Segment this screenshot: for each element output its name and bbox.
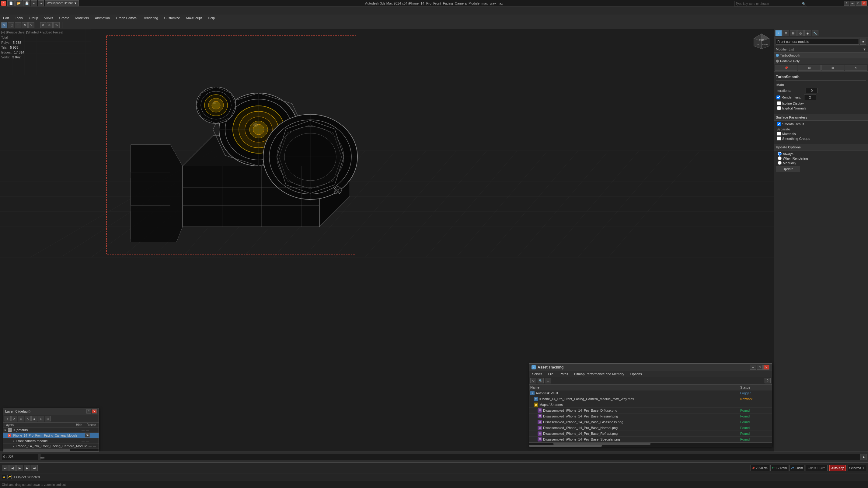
layer-delete-btn[interactable]: ✕ [11, 416, 17, 421]
delete-modifier-btn[interactable]: ✕ [844, 65, 867, 70]
modifier-list-arrow[interactable]: ▼ [863, 47, 866, 51]
layer-select-objects-btn[interactable]: ↖ [25, 416, 31, 421]
layer-panel-help[interactable]: ? [86, 409, 91, 414]
iterations-input[interactable] [806, 88, 818, 93]
motion-icon-btn[interactable]: ◎ [797, 30, 804, 36]
update-btn[interactable]: Update [776, 166, 800, 172]
explicit-normals-check[interactable] [777, 106, 781, 110]
nav-cube[interactable]: TOP RIGHT FR [752, 32, 771, 51]
menu-group[interactable]: Group [26, 14, 41, 21]
object-color-swatch[interactable]: ■ [860, 39, 866, 45]
layer-item-front-camera[interactable]: ▸ Front camera module — — [3, 438, 99, 444]
rotate-btn[interactable]: ↻ [22, 22, 28, 28]
modify-icon-btn[interactable]: ⚙ [782, 30, 789, 36]
layer-add-selected-btn[interactable]: ⊕ [18, 416, 24, 421]
move-btn[interactable]: ✛ [15, 22, 21, 28]
layer-new-btn[interactable]: + [5, 416, 11, 421]
smoothing-groups-check[interactable] [777, 136, 781, 140]
asset-minimize-btn[interactable]: ─ [750, 365, 756, 370]
play-btn[interactable]: ▶ [17, 465, 23, 471]
render-iters-check[interactable] [776, 95, 780, 99]
close-btn[interactable]: ✕ [861, 1, 867, 6]
menu-tools[interactable]: Tools [12, 14, 26, 21]
asset-find-btn[interactable]: 🔍 [537, 378, 544, 383]
workspace-dropdown[interactable]: Workspace: Default ▼ [45, 0, 79, 6]
minimize-btn[interactable]: ─ [850, 1, 855, 6]
hierarchy-icon-btn[interactable]: ⊞ [790, 30, 797, 36]
asset-row-diffuse[interactable]: 🖼 Disassembled_iPhone_14_Pro_Base_Diffus… [529, 408, 772, 414]
utilities-icon-btn[interactable]: 🔧 [812, 30, 818, 36]
go-end-btn[interactable]: ⏭ [31, 465, 38, 471]
layer-collapse-btn[interactable]: ⊟ [38, 416, 44, 421]
save-btn[interactable]: 💾 [23, 0, 30, 6]
maximize-btn[interactable]: □ [856, 1, 861, 6]
asset-refresh-btn[interactable]: ↻ [530, 378, 536, 383]
timeline-end-btn[interactable]: ▶ [861, 454, 867, 460]
timeline-frame-counter[interactable]: 0 / 225 [2, 454, 38, 460]
asset-menu-bitmap[interactable]: Bitmap Performance and Memory [571, 371, 627, 377]
asset-menu-paths[interactable]: Paths [556, 371, 571, 377]
menu-modifiers[interactable]: Modifiers [72, 14, 92, 21]
layer-item-default[interactable]: ▶ 0 (default) — — [3, 427, 99, 433]
manually-radio[interactable] [778, 161, 782, 165]
modifier-editable-poly[interactable]: Editable Poly [774, 58, 868, 64]
asset-row-max-file[interactable]: M iPhone_14_Pro_Front_Facing_Camera_Modu… [529, 396, 772, 402]
asset-row-maps[interactable]: 📁 Maps / Shaders [529, 402, 772, 408]
undo-btn[interactable]: ↩ [31, 0, 37, 6]
layer-item-iphone[interactable]: ■ iPhone_14_Pro_Front_Facing_Camera_Modu… [3, 433, 99, 438]
asset-row-autodesk-vault[interactable]: A Autodesk Vault Logged [529, 390, 772, 396]
asset-close-btn[interactable]: ✕ [763, 365, 769, 370]
layer-panel-scrollbar[interactable] [3, 449, 99, 451]
asset-help-btn[interactable]: ? [765, 378, 771, 383]
modifier-turbosmooth[interactable]: TurboSmooth [774, 53, 868, 58]
menu-animation[interactable]: Animation [92, 14, 113, 21]
menu-maxscript[interactable]: MAXScript [183, 14, 205, 21]
layer-highlight-btn[interactable]: ◈ [31, 416, 37, 421]
menu-help[interactable]: Help [205, 14, 218, 21]
when-rendering-radio[interactable] [778, 156, 782, 160]
select-btn[interactable]: ↖ [1, 22, 7, 28]
help-btn[interactable]: ? [844, 1, 849, 6]
search-box[interactable]: Type key word or phrase 🔍 [734, 1, 807, 6]
materials-check[interactable] [777, 132, 781, 136]
config-btn[interactable]: ⊞ [822, 65, 844, 70]
timeline-track[interactable]: 0 25 50 75 100 125 150 175 [40, 454, 861, 460]
percent-snap-btn[interactable]: % [53, 22, 60, 28]
menu-edit[interactable]: Edit [0, 14, 12, 21]
asset-row-specular[interactable]: 🖼 Disassembled_iPhone_14_Pro_Base_Specul… [529, 436, 772, 443]
menu-graph-editors[interactable]: Graph Editors [113, 14, 140, 21]
render-iters-input[interactable] [804, 95, 816, 100]
next-frame-btn[interactable]: ▶ [24, 465, 30, 471]
redo-btn[interactable]: ↪ [38, 0, 44, 6]
select-region-btn[interactable]: ⬚ [8, 22, 14, 28]
pin-stack-btn[interactable]: 📌 [775, 65, 798, 70]
scale-btn[interactable]: ⤡ [28, 22, 34, 28]
asset-row-glossiness[interactable]: 🖼 Disassembled_iPhone_14_Pro_Base_Glossi… [529, 419, 772, 425]
always-radio[interactable] [778, 152, 782, 156]
asset-row-refract[interactable]: 🖼 Disassembled_iPhone_14_Pro_Base_Refrac… [529, 431, 772, 436]
menu-views[interactable]: Views [41, 14, 56, 21]
layer-panel-close[interactable]: ✕ [92, 409, 97, 414]
menu-rendering[interactable]: Rendering [140, 14, 161, 21]
object-name-input[interactable] [776, 39, 859, 45]
angle-snap-btn[interactable]: ⟳ [46, 22, 53, 28]
display-icon-btn[interactable]: ◈ [804, 30, 811, 36]
menu-customize[interactable]: Customize [161, 14, 183, 21]
asset-menu-server[interactable]: Server [529, 371, 545, 377]
menu-create[interactable]: Create [56, 14, 72, 21]
layer-expand-btn[interactable]: ⊞ [45, 416, 51, 421]
layer-iphone-visible-btn[interactable]: 👁 [85, 433, 90, 437]
new-btn[interactable]: 📄 [7, 0, 14, 6]
asset-row-fresnel[interactable]: 🖼 Disassembled_iPhone_14_Pro_Base_Fresne… [529, 414, 772, 419]
smooth-result-check[interactable] [777, 122, 781, 126]
isoline-check[interactable] [777, 101, 781, 105]
asset-panel-scrollbar-bottom[interactable] [529, 445, 772, 447]
asset-menu-options[interactable]: Options [627, 371, 645, 377]
auto-key-btn[interactable]: Auto Key [829, 465, 846, 471]
asset-row-normal[interactable]: 🖼 Disassembled_iPhone_14_Pro_Base_Normal… [529, 425, 772, 431]
asset-list-btn[interactable]: ☰ [545, 378, 551, 383]
asset-panel-scrollbar-h[interactable] [529, 443, 772, 445]
show-all-btn[interactable]: ▤ [798, 65, 820, 70]
snap-btn[interactable]: ⧉ [40, 22, 46, 28]
create-icon-btn[interactable]: + [775, 30, 782, 36]
